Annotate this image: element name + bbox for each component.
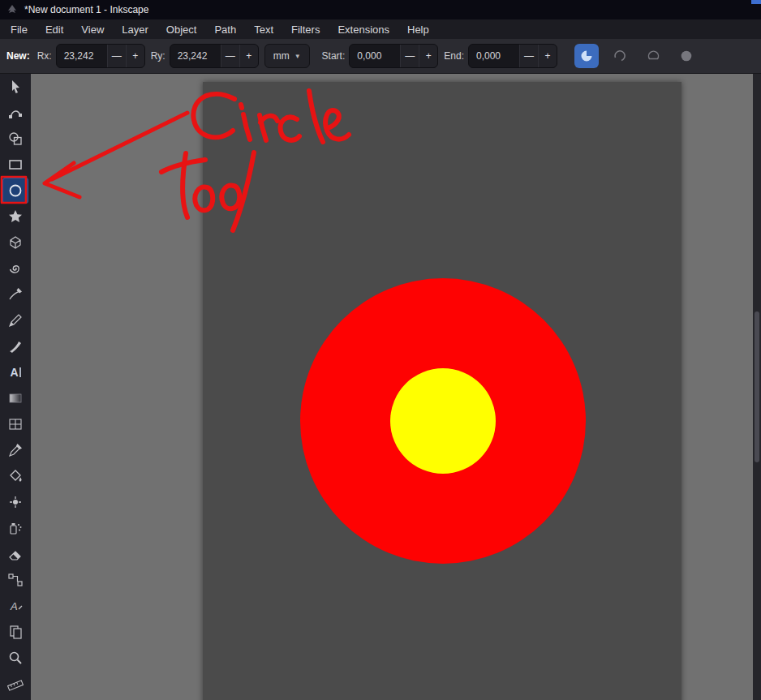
start-decrement-button[interactable]: — [400, 45, 419, 67]
svg-text:A: A [10, 600, 18, 612]
menu-path[interactable]: Path [205, 22, 245, 37]
pen-tool[interactable] [2, 281, 28, 307]
toolbox: AA [0, 74, 31, 700]
end-value[interactable]: 0,000 [469, 45, 519, 67]
star-icon [7, 208, 24, 225]
pen-icon [7, 286, 24, 303]
chord-icon [646, 49, 660, 63]
eraser-icon [7, 546, 24, 562]
ellipse-tool[interactable] [2, 178, 28, 204]
paint-bucket-tool[interactable] [2, 463, 28, 489]
paint-bucket-icon [7, 468, 24, 484]
menu-extensions[interactable]: Extensions [329, 22, 398, 37]
rx-increment-button[interactable]: + [126, 45, 144, 67]
inkscape-window: *New document 1 - Inkscape FileEditViewL… [0, 0, 761, 700]
window-title: *New document 1 - Inkscape [24, 4, 148, 15]
page[interactable] [203, 82, 681, 700]
text-tool[interactable]: A [2, 359, 28, 385]
menu-file[interactable]: File [2, 22, 37, 37]
corner-accent [751, 0, 761, 4]
ellipse-mode-buttons [574, 44, 699, 68]
rectangle-tool[interactable] [2, 152, 28, 178]
ellipse-icon [7, 183, 24, 199]
pencil-tool[interactable] [2, 307, 28, 333]
zoom-tool[interactable] [2, 645, 28, 671]
yellow-circle-shape[interactable] [390, 368, 496, 474]
chevron-down-icon: ▼ [295, 53, 301, 60]
calligraphy-tool[interactable] [2, 333, 28, 359]
menu-object[interactable]: Object [157, 22, 206, 37]
connector-icon [7, 572, 24, 588]
whole-icon [679, 49, 694, 63]
rectangle-icon [7, 157, 24, 173]
start-spinbox[interactable]: 0,000 — + [349, 44, 438, 68]
text-icon: A [7, 364, 24, 380]
ry-value[interactable]: 23,242 [170, 45, 221, 67]
menu-text[interactable]: Text [245, 22, 282, 37]
start-increment-button[interactable]: + [419, 45, 437, 67]
rx-spinbox[interactable]: 23,242 — + [56, 44, 145, 68]
ellipse-mode-whole-button[interactable] [674, 44, 699, 68]
mesh-gradient-icon [7, 416, 24, 432]
mesh-gradient-tool[interactable] [2, 411, 28, 437]
calligraphy-icon [7, 338, 24, 354]
ry-increment-button[interactable]: + [239, 45, 258, 67]
menu-filters[interactable]: Filters [282, 22, 329, 37]
dropper-tool[interactable] [2, 437, 28, 463]
rx-decrement-button[interactable]: — [107, 45, 126, 67]
lpe-tool[interactable]: A [2, 593, 28, 619]
ry-label: Ry: [151, 50, 166, 62]
menu-view[interactable]: View [72, 22, 113, 37]
zoom-icon [7, 650, 24, 666]
inkscape-logo-icon [6, 4, 18, 15]
menu-bar: FileEditViewLayerObjectPathTextFiltersEx… [0, 19, 761, 39]
star-tool[interactable] [2, 204, 28, 230]
end-spinbox[interactable]: 0,000 — + [468, 44, 557, 68]
arc-icon [613, 49, 627, 63]
dropper-icon [7, 442, 24, 458]
spray-tool[interactable] [2, 515, 28, 541]
spiral-icon [7, 260, 24, 277]
start-value[interactable]: 0,000 [350, 45, 400, 67]
rx-value[interactable]: 23,242 [57, 45, 107, 67]
vertical-scrollbar-thumb[interactable] [755, 311, 759, 462]
connector-tool[interactable] [2, 567, 28, 593]
unit-dropdown[interactable]: mm ▼ [264, 44, 310, 68]
box-3d-tool[interactable] [2, 230, 28, 256]
tweak-icon [7, 494, 24, 510]
shape-builder-tool[interactable] [2, 126, 28, 152]
slice-icon [579, 49, 594, 63]
unit-value: mm [273, 50, 290, 62]
measure-tool[interactable] [2, 671, 28, 697]
end-decrement-button[interactable]: — [519, 45, 538, 67]
vertical-scrollbar[interactable] [753, 74, 761, 700]
tweak-tool[interactable] [2, 489, 28, 515]
ellipse-mode-slice-button[interactable] [574, 44, 599, 68]
ry-field: Ry: 23,242 — + [151, 44, 259, 68]
box-3d-icon [7, 234, 24, 251]
pages-icon [7, 624, 24, 640]
ry-decrement-button[interactable]: — [221, 45, 239, 67]
selector-tool[interactable] [2, 74, 28, 100]
ellipse-mode-chord-button[interactable] [641, 44, 665, 68]
end-increment-button[interactable]: + [538, 45, 557, 67]
start-field: Start: 0,000 — + [322, 44, 439, 68]
pages-tool[interactable] [2, 619, 28, 645]
new-label: New: [6, 50, 30, 62]
pencil-icon [7, 312, 24, 329]
node-editor-icon [7, 105, 24, 121]
eraser-tool[interactable] [2, 541, 28, 567]
ellipse-mode-arc-button[interactable] [608, 44, 632, 68]
shape-builder-icon [7, 131, 24, 147]
canvas[interactable] [31, 74, 761, 700]
spiral-tool[interactable] [2, 256, 28, 281]
main-area: AA [0, 74, 761, 700]
menu-edit[interactable]: Edit [37, 22, 72, 37]
menu-layer[interactable]: Layer [113, 22, 157, 37]
menu-help[interactable]: Help [398, 22, 438, 37]
start-label: Start: [322, 50, 346, 62]
ry-spinbox[interactable]: 23,242 — + [170, 44, 259, 68]
node-editor-tool[interactable] [2, 100, 28, 126]
end-field: End: 0,000 — + [444, 44, 557, 68]
gradient-tool[interactable] [2, 385, 28, 411]
